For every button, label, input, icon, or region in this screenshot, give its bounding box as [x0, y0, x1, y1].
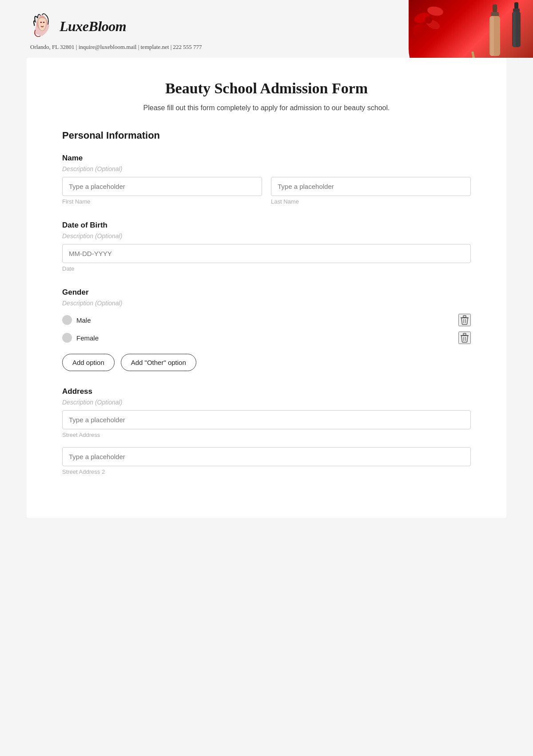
nail-polish-1-icon — [509, 2, 524, 56]
gender-option-male: Male — [62, 311, 471, 329]
dob-wrapper: Date — [62, 244, 471, 272]
gender-option-female-left: Female — [62, 333, 99, 343]
header-decorative-image — [409, 0, 533, 58]
svg-rect-3 — [514, 2, 518, 9]
dob-description: Description (Optional) — [62, 232, 471, 240]
logo-area: LuxeBloom Orlando, FL 32801 | inquire@lu… — [27, 11, 202, 51]
main-content: Beauty School Admission Form Please fill… — [27, 58, 506, 518]
svg-rect-16 — [471, 51, 478, 58]
logo-icon — [27, 11, 58, 42]
name-description: Description (Optional) — [62, 165, 471, 172]
header-image-inner — [409, 0, 533, 58]
first-name-sublabel: First Name — [62, 198, 262, 205]
street1-input[interactable] — [62, 410, 471, 429]
last-name-input[interactable] — [271, 177, 471, 196]
svg-rect-6 — [513, 12, 516, 47]
last-name-sublabel: Last Name — [271, 198, 471, 205]
street1-wrapper: Street Address — [62, 410, 471, 438]
street2-wrapper: Street Address 2 — [62, 447, 471, 475]
form-title: Beauty School Admission Form — [62, 80, 471, 97]
radio-female-circle[interactable] — [62, 333, 72, 343]
delete-male-button[interactable] — [458, 314, 471, 326]
page-wrapper: LuxeBloom Orlando, FL 32801 | inquire@lu… — [0, 0, 533, 756]
form-subtitle: Please fill out this form completely to … — [62, 104, 471, 112]
radio-male-circle[interactable] — [62, 315, 72, 325]
first-name-wrapper: First Name — [62, 177, 262, 205]
address-description: Description (Optional) — [62, 399, 471, 406]
last-name-wrapper: Last Name — [271, 177, 471, 205]
add-other-option-button[interactable]: Add "Other" option — [121, 354, 196, 371]
first-name-input[interactable] — [62, 177, 262, 196]
svg-rect-4 — [513, 8, 520, 12]
flower-decoration-icon — [413, 4, 457, 40]
name-label: Name — [62, 154, 471, 163]
section-personal-information: Personal Information — [62, 130, 471, 141]
gender-button-row: Add option Add "Other" option — [62, 354, 471, 371]
gender-option-male-left: Male — [62, 315, 91, 325]
svg-point-2 — [43, 22, 45, 23]
address-label: Address — [62, 387, 471, 396]
field-group-gender: Gender Description (Optional) Male — [62, 288, 471, 371]
gender-label: Gender — [62, 288, 471, 297]
svg-rect-10 — [490, 16, 494, 56]
delete-female-button[interactable] — [458, 332, 471, 344]
field-group-dob: Date of Birth Description (Optional) Dat… — [62, 221, 471, 272]
radio-male-label: Male — [76, 316, 91, 324]
header: LuxeBloom Orlando, FL 32801 | inquire@lu… — [0, 0, 533, 58]
street1-sublabel: Street Address — [62, 432, 471, 438]
dob-input[interactable] — [62, 244, 471, 263]
field-group-name: Name Description (Optional) First Name L… — [62, 154, 471, 205]
svg-rect-8 — [491, 12, 499, 16]
svg-point-1 — [40, 22, 42, 23]
brand-name: LuxeBloom — [60, 18, 126, 35]
svg-point-13 — [413, 21, 425, 36]
street2-input[interactable] — [62, 447, 471, 466]
gender-option-female: Female — [62, 329, 471, 347]
contact-info: Orlando, FL 32801 | inquire@luxebloom.ma… — [30, 44, 202, 51]
dob-sublabel: Date — [62, 265, 471, 272]
street2-sublabel: Street Address 2 — [62, 468, 471, 475]
gender-description: Description (Optional) — [62, 300, 471, 307]
add-option-button[interactable]: Add option — [62, 354, 115, 371]
trash-icon — [460, 315, 469, 325]
trash-icon-2 — [460, 333, 469, 343]
svg-point-15 — [425, 16, 432, 24]
makeup-brush-icon — [467, 51, 486, 58]
radio-female-label: Female — [76, 334, 99, 342]
svg-rect-24 — [463, 333, 466, 335]
dob-label: Date of Birth — [62, 221, 471, 230]
field-group-address: Address Description (Optional) Street Ad… — [62, 387, 471, 475]
logo-brand: LuxeBloom — [27, 11, 126, 42]
nail-polish-2-icon — [485, 4, 504, 58]
svg-rect-7 — [493, 4, 497, 12]
svg-rect-20 — [463, 316, 466, 317]
name-input-row: First Name Last Name — [62, 177, 471, 205]
